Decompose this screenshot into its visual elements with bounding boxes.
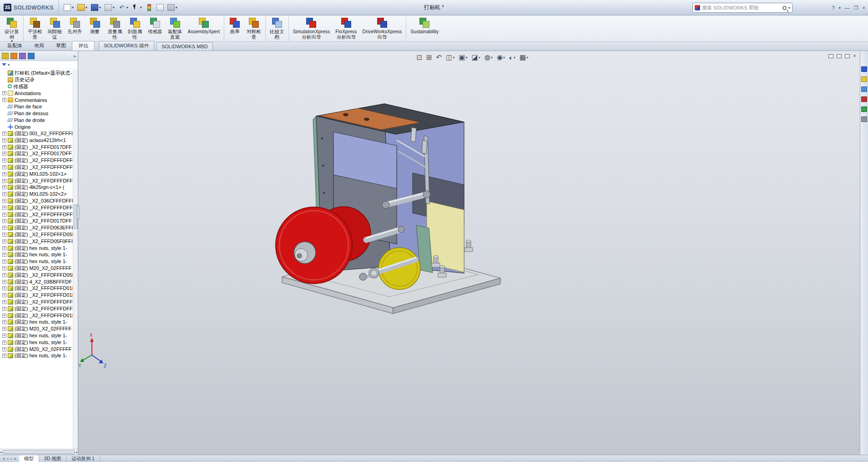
tree-vertical-scrollbar[interactable] xyxy=(73,70,78,449)
tree-item[interactable]: + (固定) _X2_FFFDFFFDFFI xyxy=(1,164,73,171)
print-button[interactable]: ▾ xyxy=(103,3,116,12)
tree-item[interactable]: + (固定) hex nuts, style 1- xyxy=(1,245,73,252)
expand-toggle-icon[interactable]: + xyxy=(2,219,6,223)
expand-toggle-icon[interactable]: + xyxy=(2,286,6,290)
apply-scene-icon[interactable]: ◐ ▾ xyxy=(509,54,515,61)
section-view-icon[interactable]: ◫ ▾ xyxy=(446,53,454,61)
tree-item[interactable]: 历史记录 xyxy=(1,76,73,83)
tree-item[interactable]: + (固定) hex nuts, style 1- xyxy=(1,258,73,265)
tree-item[interactable]: + (固定) _X2_FFFD063EFFI xyxy=(1,224,73,231)
tree-item[interactable]: + (固定) _X2_FFFD017DFF xyxy=(1,151,73,157)
select-button[interactable]: ▾ xyxy=(131,3,143,12)
tree-item[interactable]: Plan de dessus xyxy=(1,110,73,117)
restore-button[interactable]: ❐ xyxy=(854,5,858,11)
propertymanager-icon[interactable] xyxy=(10,53,17,59)
tab-scroll-button[interactable]: » xyxy=(14,456,16,461)
zoom-to-area-icon[interactable]: ⊞ xyxy=(426,53,432,61)
document-tab[interactable]: 运动算例 1 xyxy=(66,455,100,462)
appearances-scenes-icon[interactable] xyxy=(861,107,867,112)
expand-toggle-icon[interactable]: + xyxy=(2,172,6,176)
tree-item[interactable]: + (固定) aclass4212lrh<1 xyxy=(1,137,73,144)
tree-item[interactable]: + (固定) _X2_FFFD017DFF xyxy=(1,144,73,151)
new-document-button[interactable]: ▾ xyxy=(62,3,75,12)
expand-toggle-icon[interactable]: + xyxy=(2,158,6,162)
dropdown-caret-icon[interactable]: ▾ xyxy=(526,56,528,60)
close-button[interactable]: × xyxy=(863,5,865,10)
rebuild-button[interactable] xyxy=(144,3,154,12)
view-orientation-icon[interactable]: ▣ ▾ xyxy=(459,53,467,61)
command-tab[interactable]: 装配体 xyxy=(1,41,28,51)
scroll-right-arrow-icon[interactable]: ▸ xyxy=(76,450,78,454)
document-tab[interactable]: 模型 xyxy=(19,455,39,462)
expand-toggle-icon[interactable]: + xyxy=(2,239,6,244)
expand-toggle-icon[interactable]: + xyxy=(2,300,6,304)
expand-toggle-icon[interactable]: + xyxy=(2,145,6,149)
tree-item[interactable]: + (固定) hex nuts, style 1- xyxy=(1,332,73,339)
floxpress-wizard-button[interactable]: FloXpress 分析向导 xyxy=(333,15,359,41)
measure-button[interactable]: 测量 xyxy=(85,15,105,41)
sensor-button[interactable]: 传感器 xyxy=(145,15,165,41)
options-button[interactable]: ▾ xyxy=(166,3,179,12)
expand-toggle-icon[interactable]: + xyxy=(2,192,6,196)
tab-scroll-button[interactable]: ‹ xyxy=(7,456,9,461)
expand-toggle-icon[interactable]: + xyxy=(2,334,6,338)
tree-item[interactable]: + (固定) 001_X2_FFFDFFFI xyxy=(1,130,73,137)
expand-toggle-icon[interactable]: + xyxy=(2,280,6,284)
interference-detection-button[interactable]: 干涉检 查 xyxy=(23,15,45,41)
view-settings-icon[interactable]: ▦ ▾ xyxy=(520,53,528,61)
viewport-pane-icon[interactable] xyxy=(837,54,842,58)
viewport-close-icon[interactable]: × xyxy=(853,54,856,58)
dropdown-caret-icon[interactable]: ▾ xyxy=(176,5,177,10)
tree-item[interactable]: + (固定) _X2_036CFFFDFFI xyxy=(1,198,73,204)
tree-item[interactable]: + (固定) _X2_FFFDFFFDFFI xyxy=(1,305,73,312)
mass-properties-button[interactable]: 质量属 性 xyxy=(105,15,125,41)
addin-tab[interactable]: SOLIDWORKS MBD xyxy=(156,42,213,51)
command-tab[interactable]: 草图 xyxy=(50,41,72,51)
tree-item[interactable]: + (固定) _X2_FFFDFFFDFFI xyxy=(1,211,73,218)
undo-button[interactable]: ↶ ▾ xyxy=(117,3,130,12)
tree-item[interactable]: + (固定) MXL025-102<2> xyxy=(1,191,73,198)
tree-item[interactable]: + (固定) M20_X2_02FFFFF xyxy=(1,346,73,353)
command-tab[interactable]: 布局 xyxy=(28,41,50,51)
expand-toggle-icon[interactable]: + xyxy=(2,259,6,264)
addin-tab[interactable]: SOLIDWORKS 插件 xyxy=(99,41,154,51)
expand-toggle-icon[interactable] xyxy=(2,78,6,82)
tree-item[interactable]: + (固定) hex nuts, style 1- xyxy=(1,352,73,359)
expand-toggle-icon[interactable] xyxy=(2,112,6,116)
tree-item[interactable]: + (固定) _X2_FFFDFFFD01I xyxy=(1,285,73,292)
expand-toggle-icon[interactable]: + xyxy=(2,327,6,331)
tree-item[interactable]: + (固定) 4lk25rgn-c<1> ( xyxy=(1,184,73,191)
dropdown-caret-icon[interactable]: ▾ xyxy=(86,5,87,10)
expand-toggle-icon[interactable]: + xyxy=(2,199,6,203)
zoom-to-fit-icon[interactable]: ⊡ xyxy=(416,53,422,61)
display-style-icon[interactable]: ◪ ▾ xyxy=(472,53,480,61)
graphics-viewport[interactable]: X Y Z ⊡ ⊞ ↶ ◫ ▾ ▣ ▾ ◪ ▾ ◍ ▾ ◉ ▾ ◐ xyxy=(78,51,860,455)
expand-toggle-icon[interactable]: + xyxy=(2,314,6,318)
expand-toggle-icon[interactable]: + xyxy=(2,98,6,102)
configurationmanager-icon[interactable] xyxy=(19,53,26,59)
filter-caret-icon[interactable]: ▾ xyxy=(8,63,10,67)
tree-item[interactable]: + (固定) _X2_FFFDFFFD01I xyxy=(1,312,73,319)
dropdown-caret-icon[interactable]: ▾ xyxy=(140,5,142,10)
curvature-button[interactable]: 曲率 xyxy=(224,15,244,41)
help-caret-icon[interactable]: ▾ xyxy=(839,6,841,10)
tree-item[interactable]: + (固定) _X2_FFFDFFFDFFI xyxy=(1,178,73,184)
hide-show-items-icon[interactable]: ◍ ▾ xyxy=(484,53,493,61)
previous-view-icon[interactable]: ↶ xyxy=(436,53,442,61)
hole-alignment-button[interactable]: 孔对齐 xyxy=(65,15,85,41)
dropdown-caret-icon[interactable]: ▾ xyxy=(491,56,493,60)
expand-toggle-icon[interactable] xyxy=(2,125,6,129)
design-study-button[interactable]: 设计算 例 ▾ xyxy=(2,15,22,41)
expand-toggle-icon[interactable]: + xyxy=(2,266,6,270)
driveworksxpress-wizard-button[interactable]: DriveWorksXpress 向导 xyxy=(360,15,405,41)
tree-item[interactable]: + (固定) _X2_FFFDFFFD05I xyxy=(1,272,73,279)
search-icon[interactable] xyxy=(782,6,787,10)
tree-item[interactable]: + (固定) _X2_FFFDFFFDFFI xyxy=(1,204,73,211)
dropdown-caret-icon[interactable]: ▾ xyxy=(126,5,128,10)
scroll-left-arrow-icon[interactable]: ◂ xyxy=(0,450,2,454)
expand-toggle-icon[interactable]: + xyxy=(2,340,6,345)
expand-toggle-icon[interactable]: + xyxy=(2,347,6,351)
compare-documents-button[interactable]: 比较文 档 xyxy=(265,15,287,41)
solidworks-resources-icon[interactable] xyxy=(861,66,867,72)
dropdown-caret-icon[interactable]: ▾ xyxy=(514,56,515,60)
